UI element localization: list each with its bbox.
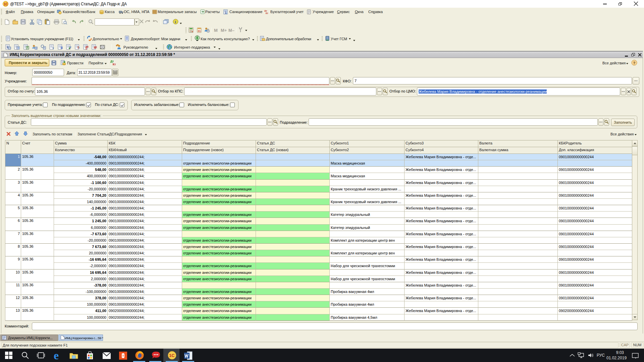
svg-text:i: i: [175, 20, 176, 24]
svg-text:1С: 1С: [4, 2, 8, 6]
svg-text:1С: 1С: [169, 353, 175, 358]
svg-text:31: 31: [198, 29, 201, 33]
svg-text:T: T: [70, 46, 71, 49]
svg-text:e: e: [54, 351, 59, 361]
svg-text:T: T: [17, 47, 19, 50]
svg-text:T: T: [52, 47, 54, 50]
svg-text:Σ: Σ: [225, 11, 227, 14]
svg-text:Ат: Ат: [264, 10, 267, 12]
svg-text:Σ: Σ: [86, 47, 87, 50]
svg-text:T: T: [36, 47, 37, 50]
svg-text:?: ?: [633, 61, 636, 65]
svg-text:Кт: Кт: [113, 63, 116, 66]
svg-text:Кт: Кт: [266, 12, 268, 14]
